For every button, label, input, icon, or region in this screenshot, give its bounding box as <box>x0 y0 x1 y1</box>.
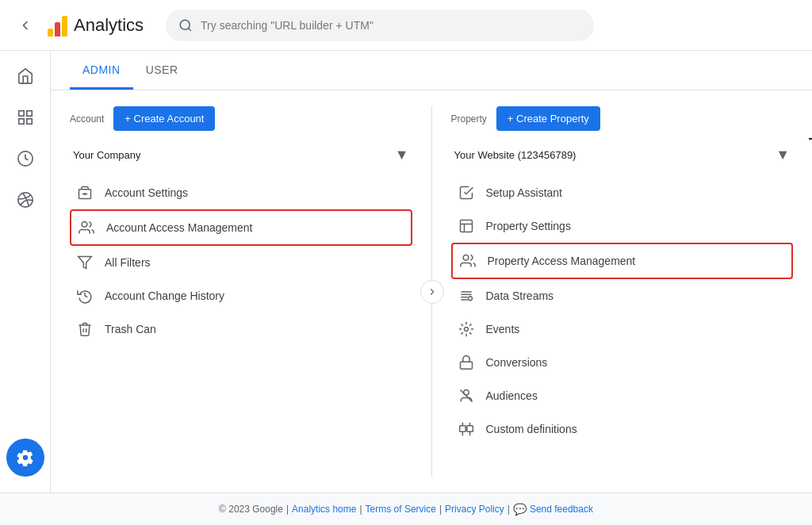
property-settings-icon <box>458 217 475 235</box>
topbar: Analytics <box>0 0 812 51</box>
menu-item-property-access[interactable]: Property Access Management <box>451 243 794 279</box>
sidebar-item-advertising[interactable] <box>6 181 44 219</box>
svg-line-25 <box>460 390 472 402</box>
history-icon <box>76 287 94 305</box>
svg-rect-27 <box>466 426 473 432</box>
sidebar-item-explore[interactable] <box>6 140 44 178</box>
sidebar <box>0 51 51 492</box>
main-layout: ADMIN USER Account + Create Account Your… <box>0 51 812 492</box>
filter-icon <box>76 254 94 271</box>
menu-item-account-settings[interactable]: Account Settings <box>70 176 412 209</box>
svg-rect-2 <box>18 111 23 116</box>
create-account-button[interactable]: + Create Account <box>113 106 215 131</box>
tab-admin[interactable]: ADMIN <box>70 51 133 90</box>
content-area: ADMIN USER Account + Create Account Your… <box>51 51 812 492</box>
footer-analytics-home[interactable]: Analytics home <box>292 504 356 515</box>
sidebar-bottom <box>6 439 44 486</box>
menu-item-conversions[interactable]: Conversions <box>451 346 794 379</box>
menu-item-label: Property Access Management <box>488 255 636 267</box>
menu-item-all-filters[interactable]: All Filters <box>70 246 412 279</box>
menu-item-account-access[interactable]: Account Access Management <box>70 209 412 246</box>
property-header: Property + Create Property <box>451 106 794 131</box>
menu-item-label: Property Settings <box>486 220 571 232</box>
logo: Analytics <box>48 14 144 36</box>
property-label: Property <box>451 113 487 125</box>
svg-rect-4 <box>18 119 23 124</box>
setup-icon <box>458 184 475 201</box>
svg-rect-23 <box>460 362 472 369</box>
horizontal-line <box>809 138 812 140</box>
menu-item-events[interactable]: Events <box>451 312 794 346</box>
footer-copyright: © 2023 Google <box>219 504 283 515</box>
app-title: Analytics <box>74 15 144 36</box>
building-icon <box>76 184 94 201</box>
svg-point-16 <box>463 255 469 261</box>
menu-item-setup-assistant[interactable]: Setup Assistant <box>451 176 794 209</box>
property-dropdown[interactable]: Your Website (123456789) ▼ <box>451 140 794 170</box>
audiences-icon <box>458 387 475 404</box>
streams-icon <box>458 287 475 305</box>
menu-item-label: Events <box>486 323 520 335</box>
menu-item-trash[interactable]: Trash Can <box>70 312 412 346</box>
account-label: Account <box>70 113 104 125</box>
menu-item-label: Account Settings <box>105 186 188 199</box>
svg-line-1 <box>189 28 191 30</box>
account-dropdown-chevron-icon: ▼ <box>395 147 409 163</box>
menu-item-label: Conversions <box>486 356 548 369</box>
sidebar-item-reports[interactable] <box>6 98 44 136</box>
svg-marker-12 <box>79 257 92 269</box>
svg-rect-13 <box>460 220 472 232</box>
menu-item-label: Setup Assistant <box>486 186 563 199</box>
menu-item-label: Custom definitions <box>486 423 577 435</box>
feedback-icon: 💬 <box>513 503 527 515</box>
trash-icon <box>76 320 94 338</box>
menu-item-label: Audiences <box>486 389 538 402</box>
svg-rect-3 <box>26 111 31 116</box>
create-property-button[interactable]: + Create Property <box>496 106 600 131</box>
property-dropdown-chevron-icon: ▼ <box>776 147 790 163</box>
people-icon <box>459 252 477 270</box>
sidebar-item-home[interactable] <box>6 57 44 95</box>
menu-item-label: Account Access Management <box>106 221 252 234</box>
svg-point-11 <box>82 222 87 228</box>
property-dropdown-value: Your Website (123456789) <box>454 149 576 161</box>
events-icon <box>458 320 475 338</box>
tab-user[interactable]: USER <box>133 51 191 90</box>
footer-privacy[interactable]: Privacy Policy <box>445 504 504 515</box>
column-divider-button[interactable] <box>420 280 444 304</box>
menu-item-custom-definitions[interactable]: Custom definitions <box>451 412 794 446</box>
menu-item-change-history[interactable]: Account Change History <box>70 279 412 312</box>
conversions-icon <box>458 354 475 371</box>
menu-item-label: Account Change History <box>105 289 224 302</box>
footer-send-feedback[interactable]: Send feedback <box>530 504 593 515</box>
menu-item-property-settings[interactable]: Property Settings <box>451 209 794 243</box>
svg-point-21 <box>468 297 472 301</box>
logo-icon <box>48 14 67 36</box>
account-column: Account + Create Account Your Company ▼ <box>70 106 432 477</box>
search-bar[interactable] <box>166 10 594 41</box>
custom-icon <box>458 420 475 438</box>
menu-item-audiences[interactable]: Audiences <box>451 379 794 412</box>
people-icon <box>78 219 95 236</box>
footer-terms[interactable]: Terms of Service <box>366 504 436 515</box>
footer: © 2023 Google | Analytics home | Terms o… <box>0 492 812 525</box>
property-column: Property + Create Property Your Website … <box>432 106 794 477</box>
svg-point-0 <box>180 20 190 29</box>
account-dropdown-value: Your Company <box>73 149 141 161</box>
search-icon <box>178 18 193 33</box>
svg-rect-26 <box>459 426 465 432</box>
svg-rect-5 <box>26 119 31 124</box>
menu-item-data-streams[interactable]: Data Streams <box>451 279 794 312</box>
admin-content: Account + Create Account Your Company ▼ <box>51 90 812 492</box>
svg-point-22 <box>464 328 468 331</box>
menu-item-label: Trash Can <box>105 323 156 335</box>
menu-item-label: All Filters <box>105 256 151 269</box>
account-dropdown[interactable]: Your Company ▼ <box>70 140 412 170</box>
menu-item-label: Data Streams <box>486 289 554 302</box>
account-header: Account + Create Account <box>70 106 412 131</box>
settings-button[interactable] <box>6 439 44 477</box>
search-input[interactable] <box>201 19 581 32</box>
back-button[interactable] <box>13 13 38 38</box>
tabs: ADMIN USER <box>51 51 812 90</box>
